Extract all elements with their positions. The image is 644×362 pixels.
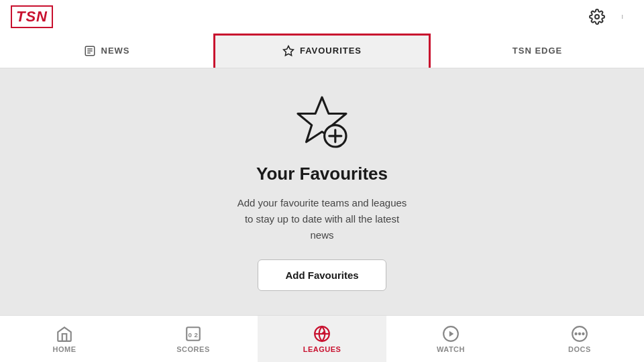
favourites-description: Add your favourite teams and leagues to … (237, 195, 407, 243)
bottom-nav: HOME 0 2 SCORES LEAGUES WATCH DOC (0, 315, 644, 362)
more-options-icon[interactable] (614, 7, 633, 26)
favourites-title: Your Favourites (256, 164, 388, 184)
nav-tabs: NEWS FAVOURITES TSN EDGE (0, 34, 644, 68)
add-favourites-button[interactable]: Add Favourites (258, 259, 386, 291)
svg-point-21 (574, 332, 577, 335)
main-content: Your Favourites Add your favourite teams… (0, 68, 644, 315)
settings-icon[interactable] (588, 7, 606, 26)
bottom-nav-leagues[interactable]: LEAGUES (258, 316, 386, 362)
svg-point-3 (622, 17, 623, 18)
svg-point-0 (595, 15, 599, 19)
bottom-nav-home[interactable]: HOME (0, 316, 129, 362)
header: TSN (0, 0, 644, 34)
bottom-nav-docs[interactable]: DOCS (515, 316, 644, 362)
bottom-nav-scores[interactable]: 0 2 SCORES (129, 316, 258, 362)
add-favourites-icon (292, 93, 352, 153)
svg-marker-19 (449, 330, 454, 337)
svg-point-2 (622, 16, 623, 17)
tab-news[interactable]: NEWS (0, 34, 213, 68)
bottom-nav-watch[interactable]: WATCH (386, 316, 515, 362)
svg-point-22 (578, 332, 581, 335)
svg-point-23 (582, 332, 584, 335)
tab-tsn-edge[interactable]: TSN EDGE (431, 34, 644, 68)
header-icons (588, 7, 633, 26)
svg-marker-8 (283, 46, 293, 55)
tsn-logo: TSN (11, 5, 53, 28)
svg-point-1 (622, 15, 623, 15)
tab-favourites[interactable]: FAVOURITES (213, 34, 431, 68)
svg-text:0 2: 0 2 (188, 331, 198, 339)
